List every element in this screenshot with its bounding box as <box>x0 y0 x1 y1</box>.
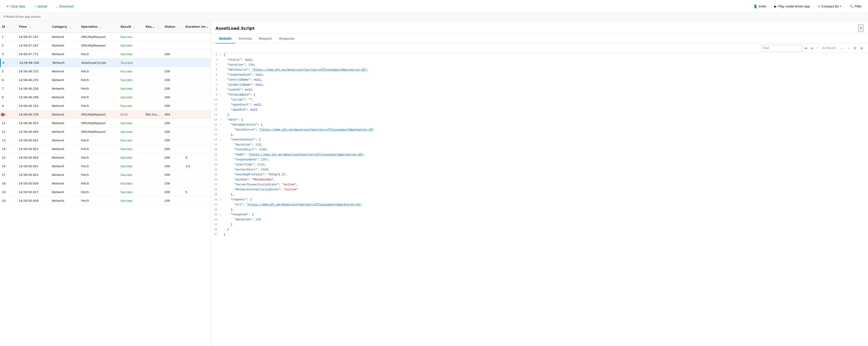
table-cell: Fetch <box>80 182 119 185</box>
table-cell: Network <box>50 173 80 176</box>
line-number: 25 <box>211 173 220 176</box>
table-cell: XMLHttpRequest <box>80 130 119 134</box>
code-content: "spanEnd": null <box>224 108 868 111</box>
code-view[interactable]: 1▾{2 "status": null,3 "duration": 138,4 … <box>211 53 868 346</box>
clear-data-label: Clear data <box>10 4 25 8</box>
table-cell: Success <box>119 165 144 168</box>
invite-button[interactable]: 👤 Invite <box>752 4 768 9</box>
filter-icon: 🔍 <box>849 4 853 8</box>
find-input[interactable] <box>762 45 802 51</box>
tab-response[interactable]: Response <box>276 34 298 44</box>
error-indicator: ✕ <box>1 113 4 116</box>
table-row[interactable]: 1114:58:48.453NetworkXMLHttpRequestSucce… <box>0 119 211 127</box>
find-close-button[interactable]: ✕ <box>859 46 864 51</box>
table-row[interactable]: 1814:58:50.926NetworkFetchSuccess200 <box>0 179 211 188</box>
table-cell: Success <box>119 121 144 125</box>
chevron-down-icon: ▾ <box>840 5 841 7</box>
fold-button[interactable]: ▾ <box>220 123 224 126</box>
table-cell: Fetch <box>80 147 119 151</box>
sort-icon-category: ⌄ <box>69 26 71 28</box>
fold-placeholder <box>220 158 224 158</box>
table-cell: Network <box>50 190 80 194</box>
code-line: 5 "responseSize": null, <box>211 73 868 78</box>
code-content: } <box>224 233 868 236</box>
table-row[interactable]: 1314:58:50.922NetworkFetchSuccess200 <box>0 136 211 145</box>
fold-placeholder <box>220 218 224 218</box>
table-row[interactable]: 514:58:48.233NetworkFetchSuccess200 <box>0 67 211 76</box>
download-button[interactable]: ↓ Download <box>55 4 75 9</box>
col-header-category[interactable]: Category ⌄ <box>50 25 80 28</box>
table-cell: 6 <box>0 78 17 82</box>
fold-button[interactable]: ▾ <box>220 213 224 216</box>
code-line: 14▾ "data": { <box>211 118 868 123</box>
table-row[interactable]: 314:58:47.771NetworkFetchSuccess200 <box>0 50 211 59</box>
invite-label: Invite <box>759 4 766 8</box>
table-row[interactable]: 1514:58:50.924NetworkFetchSuccess2000 <box>0 153 211 162</box>
table-row[interactable]: 1614:58:50.925NetworkFetchSuccess2001,0 <box>0 162 211 171</box>
upload-button[interactable]: ↑ Upload <box>32 4 49 9</box>
table-cell: 9 <box>0 104 17 108</box>
table-cell: Network <box>50 165 80 168</box>
fold-button[interactable]: ▾ <box>220 118 224 121</box>
table-row[interactable]: 914:58:48.324NetworkFetchSuccess200 <box>0 102 211 110</box>
table-row[interactable]: 214:58:47.167NetworkXMLHttpRequestSucces… <box>0 41 211 50</box>
table-row[interactable]: ✕1014:58:48.378NetworkXMLHttpRequestErro… <box>0 110 211 119</box>
fold-button[interactable]: ▾ <box>220 138 224 141</box>
line-number: 4 <box>211 68 220 71</box>
close-icon: × <box>860 26 862 30</box>
code-content: "dataSource": "https://mem.gfx.ms/mevers… <box>224 128 868 132</box>
table-row[interactable]: 2014:58:50.928NetworkFetchSuccess200 <box>0 197 211 205</box>
filter-button[interactable]: 🔍 Filter <box>847 4 864 9</box>
col-header-res[interactable]: Res... ⌄ <box>144 25 163 28</box>
find-status: No Results <box>820 47 838 50</box>
col-header-status[interactable]: Status ⌄ <box>163 25 184 28</box>
fold-button[interactable]: ▾ <box>220 93 224 96</box>
fold-button[interactable]: ▾ <box>220 198 224 201</box>
col-header-operation[interactable]: Operation ⌄ <box>80 25 119 28</box>
table-row[interactable]: 814:58:48.296NetworkFetchSuccess200 <box>0 93 211 102</box>
table-row[interactable]: 1214:58:48.494NetworkXMLHttpRequestSucce… <box>0 127 211 136</box>
detail-close-button[interactable]: × <box>858 25 864 32</box>
tab-formula[interactable]: Formula <box>235 34 255 44</box>
table-cell: Success <box>119 87 144 90</box>
table-row[interactable]: 714:58:48.236NetworkFetchSuccess200 <box>0 84 211 93</box>
match-whole-button[interactable]: ab <box>809 46 814 50</box>
col-header-time[interactable]: Time ⌄ <box>17 25 50 28</box>
tab-details[interactable]: Details <box>215 34 235 44</box>
find-next-button[interactable]: → <box>846 46 851 51</box>
table-row[interactable]: 614:58:48.235NetworkFetchSuccess200 <box>0 76 211 84</box>
play-icon: ▶ <box>774 4 777 8</box>
col-header-duration[interactable]: Duration (ms) ⌄ <box>184 25 211 28</box>
table-cell: Not Fou... <box>144 113 163 116</box>
compact-list-button[interactable]: ≡ Compact list ▾ <box>816 4 843 9</box>
code-content: "window": "MainWindow", <box>224 178 868 181</box>
table-row[interactable]: 114:58:47.167NetworkXMLHttpRequestSucces… <box>0 33 211 41</box>
table-cell: 11 <box>0 121 17 125</box>
line-number: 32 <box>211 208 220 211</box>
code-content: } <box>224 228 868 231</box>
find-prev-button[interactable]: ← <box>839 46 845 51</box>
table-cell: XMLHttpRequest <box>80 113 119 116</box>
table-row[interactable]: 414:58:48.106NetworkAssetLoad.ScriptSucc… <box>0 59 211 67</box>
col-header-id[interactable]: Id ⌄ <box>0 25 17 28</box>
fold-button[interactable]: ▾ <box>220 53 224 56</box>
line-number: 36 <box>211 228 220 231</box>
fold-placeholder <box>220 133 224 134</box>
fold-placeholder <box>220 98 224 98</box>
table-cell: Network <box>50 130 80 134</box>
play-model-driven-button[interactable]: ▶ Play model-driven app <box>773 4 811 9</box>
table-row[interactable]: 1714:58:50.925NetworkFetchSuccess200 <box>0 171 211 179</box>
match-case-button[interactable]: Aa <box>803 46 808 50</box>
sort-icon-operation: ⌄ <box>99 26 101 28</box>
table-row[interactable]: 1414:58:50.922NetworkFetchSuccess200 <box>0 145 211 153</box>
use-regex-button[interactable]: .* <box>815 46 819 50</box>
col-header-result[interactable]: Result ⌄ <box>119 25 144 28</box>
fold-placeholder <box>220 58 224 59</box>
clear-data-button[interactable]: ✕ Clear data <box>4 4 27 9</box>
table-cell: 200 <box>163 130 184 134</box>
table-row[interactable]: 1914:58:50.927NetworkFetchSuccess2005 <box>0 188 211 197</box>
tab-request[interactable]: Request <box>255 34 276 44</box>
find-list-button[interactable]: ☰ <box>852 46 858 51</box>
fold-placeholder <box>220 88 224 88</box>
code-content: "nodeId": null, <box>224 88 868 91</box>
